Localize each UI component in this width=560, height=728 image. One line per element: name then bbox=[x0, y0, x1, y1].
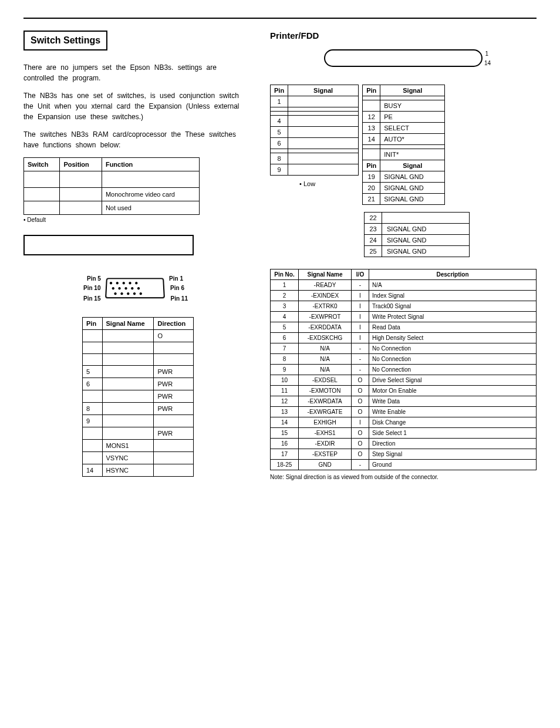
table-cell: Read Data bbox=[369, 322, 537, 333]
table-cell: 23 bbox=[365, 224, 382, 235]
table-cell bbox=[24, 201, 60, 215]
vga-pin-table: Pin Signal Name Direction O 5PWR 6PWR PW… bbox=[82, 317, 194, 477]
col-pin: Pin bbox=[363, 160, 380, 171]
table-cell bbox=[380, 145, 445, 149]
table-cell: 15 bbox=[271, 428, 299, 439]
table-cell: O bbox=[352, 449, 369, 460]
fdd-col-signal: Signal Name bbox=[299, 269, 352, 280]
table-cell: SIGNAL GND bbox=[380, 171, 445, 183]
table-cell bbox=[271, 112, 288, 116]
table-cell: 8 bbox=[271, 153, 288, 164]
table-cell: 5 bbox=[271, 322, 299, 333]
table-cell bbox=[83, 342, 103, 354]
printer-fdd-title: Printer/FDD bbox=[270, 31, 537, 41]
table-cell: Ground bbox=[369, 460, 537, 470]
table-cell bbox=[60, 188, 102, 201]
table-cell: EXHIGH bbox=[299, 417, 352, 428]
table-cell bbox=[60, 171, 102, 188]
table-cell: I bbox=[352, 322, 369, 333]
table-cell bbox=[102, 330, 154, 342]
table-cell: PWR bbox=[154, 427, 194, 440]
table-cell: SIGNAL GND bbox=[380, 183, 445, 194]
table-cell: 9 bbox=[271, 365, 299, 375]
table-cell: 14 bbox=[83, 464, 103, 477]
table-cell: SIGNAL GND bbox=[382, 246, 470, 257]
table-cell: - bbox=[352, 280, 369, 291]
pin-label: Pin 6 bbox=[170, 285, 184, 291]
table-cell: -EXHS1 bbox=[299, 428, 352, 439]
table-cell: -EXDSEL bbox=[299, 375, 352, 386]
table-cell bbox=[24, 188, 60, 201]
conn-num-14: 14 bbox=[484, 60, 491, 66]
col-pin: Pin bbox=[271, 85, 288, 96]
table-cell: Disk Change bbox=[369, 417, 537, 428]
table-cell: PWR bbox=[154, 366, 194, 378]
table-cell: -EXRDDATA bbox=[299, 322, 352, 333]
vga-col-dir: Direction bbox=[154, 318, 194, 330]
table-cell: MONS1 bbox=[102, 440, 154, 452]
table-cell: 13 bbox=[271, 407, 299, 417]
table-cell: GND bbox=[299, 460, 352, 470]
table-cell: 5 bbox=[83, 366, 103, 378]
table-cell: 12 bbox=[363, 112, 380, 123]
table-cell: 17 bbox=[271, 449, 299, 460]
pin-label: Pin 15 bbox=[83, 295, 100, 302]
fdd-col-io: I/O bbox=[352, 269, 369, 280]
table-cell: SIGNAL GND bbox=[380, 194, 445, 205]
table-cell: 24 bbox=[365, 235, 382, 246]
pin-label: Pin 10 bbox=[83, 285, 100, 291]
table-cell: Write Data bbox=[369, 396, 537, 407]
table-cell: O bbox=[352, 428, 369, 439]
switch-para-1: There are no jumpers set the Epson NB3s.… bbox=[23, 62, 247, 83]
switch-col-3: Function bbox=[102, 158, 199, 171]
table-cell bbox=[154, 354, 194, 366]
table-cell: I bbox=[352, 291, 369, 301]
table-cell: I bbox=[352, 312, 369, 322]
table-cell: Track00 Signal bbox=[369, 301, 537, 312]
table-cell: O bbox=[154, 330, 194, 342]
table-cell: Write Enable bbox=[369, 407, 537, 417]
col-signal: Signal bbox=[380, 160, 445, 171]
table-cell: N/A bbox=[299, 343, 352, 354]
table-cell: N/A bbox=[299, 365, 352, 375]
printer-extra-table: 22 23SIGNAL GND 24SIGNAL GND 25SIGNAL GN… bbox=[364, 212, 470, 257]
table-cell: - bbox=[352, 343, 369, 354]
table-cell bbox=[83, 330, 103, 342]
fdd-col-pin: Pin No. bbox=[271, 269, 299, 280]
table-cell bbox=[380, 96, 445, 100]
switch-default-note: • Default bbox=[23, 217, 247, 223]
table-cell: Write Protect Signal bbox=[369, 312, 537, 322]
vga-connector-diagram: ● ● ● ● ● ● ● ● ● ● ● ● ● ● ● Pin 5 Pin … bbox=[88, 267, 182, 308]
table-cell: N/A bbox=[369, 280, 537, 291]
switch-para-3: The switches NB3s RAM card/coprocessor t… bbox=[23, 129, 247, 150]
table-cell: 10 bbox=[271, 375, 299, 386]
pin-label: Pin 11 bbox=[171, 295, 188, 302]
table-cell bbox=[83, 452, 103, 464]
table-cell bbox=[24, 171, 60, 188]
table-cell: 9 bbox=[83, 415, 103, 427]
table-cell: SIGNAL GND bbox=[382, 235, 470, 246]
printer-connector-diagram: 1 14 bbox=[324, 49, 483, 73]
table-cell bbox=[271, 107, 288, 112]
fdd-signal-table: Pin No. Signal Name I/O Description 1-RE… bbox=[270, 269, 537, 470]
switch-settings-title: Switch Settings bbox=[23, 31, 107, 50]
conn-num-1: 1 bbox=[485, 50, 488, 57]
vga-col-pin: Pin bbox=[83, 318, 103, 330]
table-cell: -EXDIR bbox=[299, 439, 352, 449]
table-cell: I bbox=[352, 301, 369, 312]
table-cell bbox=[288, 107, 359, 112]
table-cell bbox=[154, 452, 194, 464]
table-cell bbox=[288, 112, 359, 116]
table-cell bbox=[288, 116, 359, 127]
table-cell: 11 bbox=[271, 386, 299, 396]
table-cell bbox=[154, 464, 194, 477]
table-cell bbox=[363, 96, 380, 100]
table-cell bbox=[102, 427, 154, 440]
table-cell bbox=[363, 149, 380, 160]
table-cell: 8 bbox=[83, 403, 103, 415]
table-cell: SIGNAL GND bbox=[382, 224, 470, 235]
table-cell bbox=[154, 440, 194, 452]
table-cell: No Connection bbox=[369, 354, 537, 365]
fdd-col-desc: Description bbox=[369, 269, 537, 280]
table-cell: 19 bbox=[363, 171, 380, 183]
